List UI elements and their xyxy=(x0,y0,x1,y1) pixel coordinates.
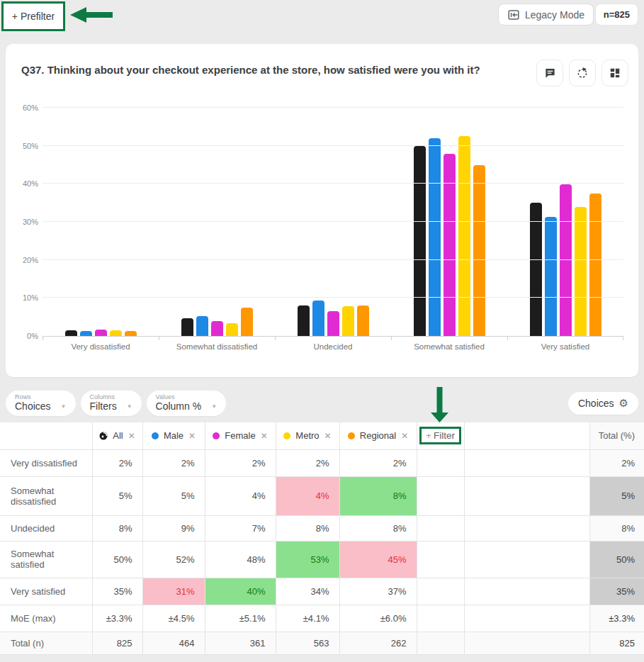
bar-regional-1 xyxy=(125,331,137,337)
row-label: Somewhat satisfied xyxy=(0,541,92,578)
close-icon[interactable]: ✕ xyxy=(128,431,135,441)
table-cell: 262 xyxy=(339,632,417,654)
row-label: Very dissatisfied xyxy=(0,449,92,476)
values-dropdown-label: Values xyxy=(156,393,218,400)
bar-all-4 xyxy=(414,146,426,336)
table-cell: ±5.1% xyxy=(205,605,276,632)
bar-group-undecided xyxy=(275,108,391,336)
table-cell: 53% xyxy=(276,541,339,578)
legacy-mode-button[interactable]: Legacy Mode xyxy=(498,4,594,26)
x-axis-category-label: Somewhat dissatisfied xyxy=(159,342,275,351)
columns-dropdown-value: Filters xyxy=(90,400,117,413)
empty-header-cell xyxy=(464,422,589,449)
close-icon[interactable]: ✕ xyxy=(401,431,408,441)
table-cell: 8% xyxy=(92,515,142,541)
table-cell: 2% xyxy=(339,449,417,476)
values-dropdown-value: Column % xyxy=(156,400,202,413)
filter-chip-female[interactable]: Female✕ xyxy=(205,430,276,441)
total-cell: 825 xyxy=(589,632,644,654)
rows-dropdown[interactable]: Rows Choices▼ xyxy=(6,391,76,416)
series-color-dot xyxy=(213,432,220,439)
table-cell: 5% xyxy=(92,476,142,515)
y-axis-tick-label: 20% xyxy=(9,255,38,265)
table-cell: 4% xyxy=(276,476,339,515)
bar-chart-plot-area: Very dissatisfiedSomewhat dissatisfiedUn… xyxy=(43,108,623,337)
y-axis-tick-label: 40% xyxy=(9,179,38,189)
dashboard-grid-icon xyxy=(609,67,621,79)
x-axis-tick xyxy=(159,336,159,340)
comment-button[interactable] xyxy=(536,60,563,86)
table-cell: 9% xyxy=(142,515,205,541)
gridline xyxy=(43,145,623,146)
table-cell: 2% xyxy=(142,449,205,476)
y-axis-tick-label: 50% xyxy=(9,141,38,151)
choices-settings-button[interactable]: Choices ⚙ xyxy=(568,392,638,415)
table-cell: 5% xyxy=(142,476,205,515)
bar-metro-3 xyxy=(342,306,354,336)
columns-dropdown[interactable]: Columns Filters▼ xyxy=(81,391,142,416)
x-axis-category-label: Undecided xyxy=(275,342,391,351)
prefilter-button[interactable]: + Prefilter xyxy=(1,1,65,31)
x-axis-tick xyxy=(275,336,276,340)
x-axis-tick xyxy=(391,336,392,340)
values-dropdown[interactable]: Values Column %▼ xyxy=(147,391,227,416)
filter-chip-label: Regional xyxy=(360,430,396,441)
table-cell: 50% xyxy=(92,541,142,578)
comment-icon xyxy=(544,67,556,79)
empty-cell xyxy=(417,578,464,605)
table-row: MoE (max)±3.3%±4.5%±5.1%±4.1%±6.0%±3.3% xyxy=(0,605,644,632)
bar-male-2 xyxy=(196,316,208,336)
row-label: MoE (max) xyxy=(0,605,92,632)
gridline xyxy=(43,221,623,222)
bar-group-somewhat-satisfied xyxy=(391,108,507,336)
row-label: Undecided xyxy=(0,515,92,541)
table-cell: 8% xyxy=(276,515,339,541)
total-cell: 2% xyxy=(589,449,644,476)
empty-cell xyxy=(464,476,589,515)
prefilter-label: + Prefilter xyxy=(12,11,55,22)
x-axis-category-label: Very dissatisfied xyxy=(43,342,159,351)
x-axis-category-label: Very satisfied xyxy=(507,342,623,351)
total-cell: 50% xyxy=(589,541,644,578)
bar-female-4 xyxy=(444,154,456,336)
total-cell: 35% xyxy=(589,578,644,605)
chevron-down-icon: ▼ xyxy=(127,400,132,413)
close-icon[interactable]: ✕ xyxy=(261,431,268,441)
table-cell: 2% xyxy=(205,449,276,476)
crosstab-table: All✕Male✕Female✕Metro✕Regional✕+FilterTo… xyxy=(0,422,644,655)
bar-metro-1 xyxy=(110,330,122,336)
annotation-arrow-left-icon xyxy=(70,6,114,24)
filter-chip-regional[interactable]: Regional✕ xyxy=(340,430,417,441)
empty-cell xyxy=(464,541,589,578)
dashboard-button[interactable] xyxy=(601,60,628,86)
gridline xyxy=(43,183,623,184)
empty-cell xyxy=(417,515,464,541)
close-icon[interactable]: ✕ xyxy=(188,431,196,441)
bar-metro-5 xyxy=(575,207,587,336)
empty-cell xyxy=(417,632,464,654)
table-cell: 34% xyxy=(276,578,339,605)
x-axis-tick xyxy=(623,336,623,340)
add-filter-label: Filter xyxy=(434,430,455,441)
table-cell: ±4.5% xyxy=(142,605,205,632)
bar-female-5 xyxy=(560,184,572,336)
filter-chip-label: Metro xyxy=(295,430,319,441)
filter-chip-metro[interactable]: Metro✕ xyxy=(276,430,339,441)
bar-all-5 xyxy=(530,203,542,336)
series-color-dot xyxy=(348,432,355,439)
x-axis-category-label: Somewhat satisfied xyxy=(391,342,507,351)
table-cell: 52% xyxy=(142,541,205,578)
bar-male-5 xyxy=(545,217,557,336)
filter-chip-male[interactable]: Male✕ xyxy=(143,430,205,441)
close-icon[interactable]: ✕ xyxy=(324,431,332,441)
bar-group-very-dissatisfied xyxy=(43,108,159,336)
filter-chip-all[interactable]: All✕ xyxy=(93,430,142,441)
table-corner-cell xyxy=(0,422,92,449)
y-axis-tick-label: 10% xyxy=(9,293,38,303)
table-cell: 40% xyxy=(205,578,276,605)
bar-regional-2 xyxy=(241,308,253,336)
rotate-button[interactable] xyxy=(569,60,596,86)
add-filter-button[interactable]: +Filter xyxy=(419,427,461,444)
chart-card: Q37. Thinking about your checkout experi… xyxy=(6,44,638,377)
sample-size-badge: n=825 xyxy=(595,4,638,26)
